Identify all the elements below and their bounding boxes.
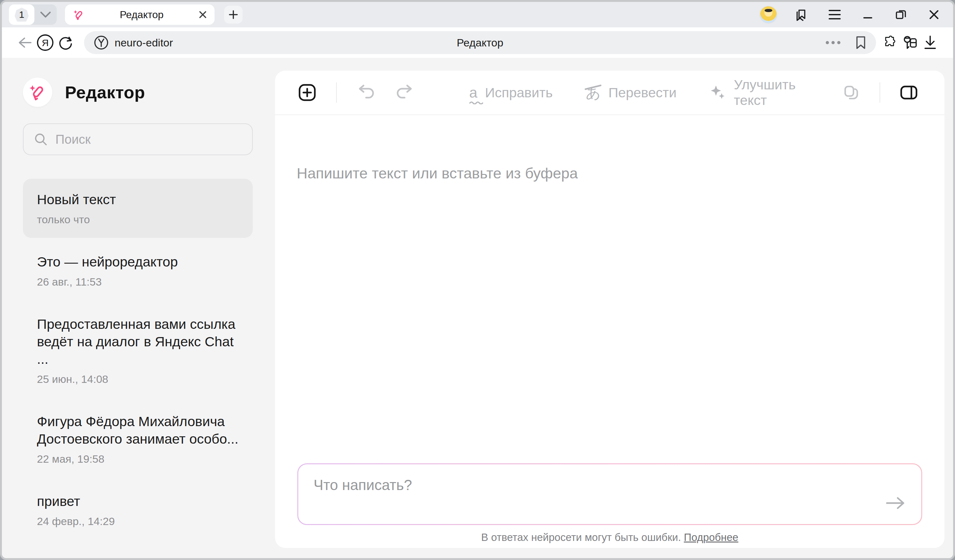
- site-favicon: [94, 35, 109, 50]
- doc-meta: 24 февр., 14:29: [37, 515, 239, 527]
- svg-text:Я: Я: [42, 37, 49, 48]
- spellcheck-icon: а: [469, 85, 478, 100]
- app-header: Редактор: [23, 78, 253, 107]
- improve-text-label: Улучшить текст: [734, 77, 826, 108]
- redo-button[interactable]: [395, 84, 414, 101]
- doc-item-new-text[interactable]: Новый текст только что: [23, 179, 253, 238]
- address-bar[interactable]: neuro-editor Редактор: [84, 31, 876, 54]
- disclaimer: В ответах нейросети могут быть ошибки. П…: [297, 531, 922, 543]
- back-button[interactable]: [15, 33, 35, 53]
- doc-title: Это — нейроредактор: [37, 253, 239, 271]
- yandex-home-icon[interactable]: Я: [35, 33, 55, 53]
- close-window-button[interactable]: [924, 5, 944, 25]
- browser-window: 1 Редактор: [0, 0, 955, 560]
- editor-canvas[interactable]: Напишите текст или вставьте из буфера: [275, 115, 944, 463]
- doc-meta: 26 авг., 11:53: [37, 276, 239, 288]
- prompt-box: [297, 463, 922, 525]
- app-logo: [23, 78, 52, 107]
- magic-pencil-icon: [28, 83, 47, 102]
- password-manager-icon[interactable]: [900, 33, 920, 53]
- undo-button[interactable]: [357, 84, 376, 101]
- more-options-icon[interactable]: [825, 41, 841, 45]
- toggle-panel-button[interactable]: [900, 85, 918, 100]
- doc-item-privet[interactable]: привет 24 февр., 14:29: [23, 480, 253, 540]
- reload-icon[interactable]: [55, 33, 76, 53]
- disclaimer-text: В ответах нейросети могут быть ошибки.: [481, 531, 681, 543]
- magic-pencil-icon: [73, 9, 85, 21]
- tab-strip: 1 Редактор: [2, 2, 953, 27]
- translate-icon: あ: [586, 85, 601, 100]
- minimize-button[interactable]: [858, 5, 878, 25]
- doc-title: привет: [37, 493, 239, 510]
- doc-meta: 25 июн., 14:08: [37, 373, 239, 385]
- bookmark-flag-icon[interactable]: [855, 36, 866, 50]
- search-input[interactable]: [55, 132, 242, 147]
- avatar: [759, 6, 777, 23]
- downloads-icon[interactable]: [920, 33, 940, 53]
- tab-group-chip: 1: [9, 5, 34, 25]
- disclaimer-link[interactable]: Подробнее: [684, 531, 738, 543]
- search-icon: [34, 132, 48, 146]
- document-list: Новый текст только что Это — нейроредакт…: [23, 179, 253, 540]
- doc-meta: 22 мая, 19:58: [37, 453, 239, 465]
- menu-icon[interactable]: [825, 5, 845, 25]
- bookmarks-panel-icon[interactable]: [791, 5, 812, 25]
- fix-text-label: Исправить: [485, 85, 553, 100]
- copy-button[interactable]: [842, 84, 860, 101]
- sparkles-icon: [709, 84, 726, 101]
- editor-toolbar: а Исправить あ Перевести: [275, 70, 944, 115]
- prompt-input[interactable]: [298, 464, 921, 524]
- editor-placeholder: Напишите текст или вставьте из буфера: [297, 164, 923, 182]
- tab-close-icon[interactable]: [199, 11, 207, 19]
- neuro-editor-page: Редактор Новый текст только что Это — не…: [2, 58, 953, 558]
- profile-avatar[interactable]: [758, 5, 779, 25]
- doc-title: Фигура Фёдора Михайловича Достоевского з…: [37, 413, 239, 448]
- app-title: Редактор: [65, 83, 145, 102]
- chevron-down-icon[interactable]: [34, 11, 57, 18]
- improve-text-button[interactable]: Улучшить текст: [709, 77, 826, 108]
- editor-panel: а Исправить あ Перевести: [275, 70, 944, 548]
- restore-button[interactable]: [891, 5, 911, 25]
- doc-item-dostoevsky[interactable]: Фигура Фёдора Михайловича Достоевского з…: [23, 401, 253, 477]
- address-query: neuro-editor: [114, 37, 173, 49]
- extensions-puzzle-icon[interactable]: [879, 33, 900, 53]
- search-box[interactable]: [23, 123, 253, 155]
- doc-item-link-chat[interactable]: Предоставленная вами ссылка ведёт на диа…: [23, 303, 253, 398]
- doc-title: Новый текст: [37, 191, 239, 208]
- prompt-zone: В ответах нейросети могут быть ошибки. П…: [275, 463, 944, 548]
- tab-editor[interactable]: Редактор: [65, 5, 214, 25]
- tab-title: Редактор: [85, 9, 199, 21]
- new-tab-button[interactable]: [224, 6, 243, 23]
- sidebar: Редактор Новый текст только что Это — не…: [2, 58, 275, 558]
- doc-title: Предоставленная вами ссылка ведёт на диа…: [37, 315, 239, 368]
- navigation-bar: Я neuro-editor Редактор: [2, 27, 953, 58]
- fix-text-button[interactable]: а Исправить: [469, 85, 553, 100]
- toolbar-separator: [880, 83, 880, 103]
- doc-item-neuroeditor[interactable]: Это — нейроредактор 26 авг., 11:53: [23, 241, 253, 300]
- send-button[interactable]: [885, 493, 907, 513]
- toolbar-separator: [336, 83, 337, 103]
- address-page-title: Редактор: [84, 37, 876, 49]
- translate-label: Перевести: [608, 85, 676, 100]
- tab-count-badge: 1: [15, 8, 29, 22]
- translate-button[interactable]: あ Перевести: [586, 85, 676, 100]
- doc-meta: только что: [37, 214, 239, 226]
- new-document-button[interactable]: [298, 83, 316, 102]
- tab-group-control[interactable]: 1: [9, 5, 57, 25]
